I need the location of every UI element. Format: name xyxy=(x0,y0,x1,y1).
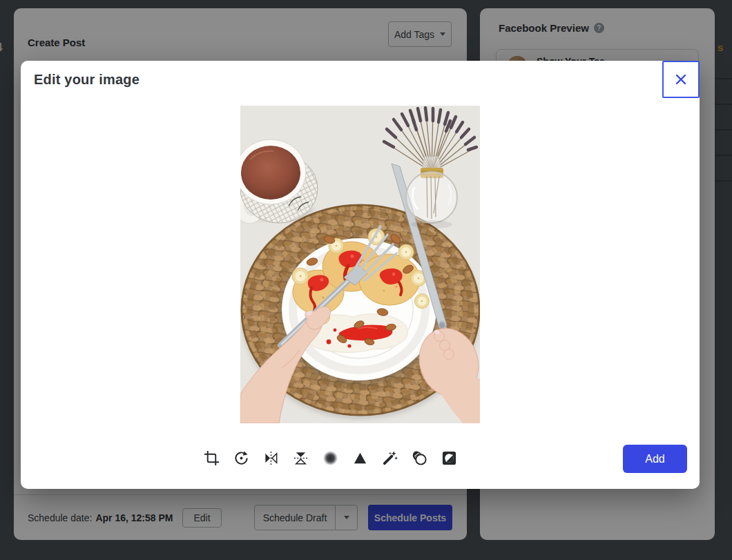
edit-image-modal: Edit your image xyxy=(21,61,700,489)
flip-horizontal-icon xyxy=(263,450,279,466)
magic-wand-icon xyxy=(382,450,398,466)
enhance-button[interactable] xyxy=(382,450,398,466)
rotate-button[interactable] xyxy=(233,450,249,466)
duotone-button[interactable] xyxy=(412,450,427,466)
image-edit-toolbar xyxy=(204,447,457,469)
add-button[interactable]: Add xyxy=(623,445,687,473)
crop-button[interactable] xyxy=(204,450,220,466)
close-button[interactable] xyxy=(662,61,700,98)
close-icon xyxy=(674,73,688,86)
sharpen-icon xyxy=(352,450,368,466)
flip-horizontal-button[interactable] xyxy=(263,450,279,466)
flip-vertical-button[interactable] xyxy=(293,450,309,466)
rotate-icon xyxy=(233,450,249,466)
image-being-edited xyxy=(240,106,480,423)
duotone-icon xyxy=(412,450,427,466)
blur-button[interactable] xyxy=(322,450,338,466)
blur-icon xyxy=(322,450,338,466)
invert-colors-icon xyxy=(441,450,457,466)
flip-vertical-icon xyxy=(293,450,309,466)
sharpen-button[interactable] xyxy=(352,450,368,466)
crop-icon xyxy=(204,450,220,466)
modal-title: Edit your image xyxy=(34,72,139,88)
invert-colors-button[interactable] xyxy=(441,450,457,466)
